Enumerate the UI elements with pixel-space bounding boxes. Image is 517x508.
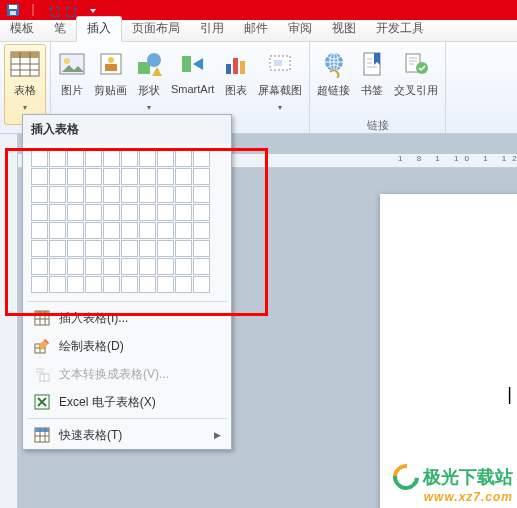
grid-cell[interactable] [157, 258, 174, 275]
grid-cell[interactable] [67, 240, 84, 257]
grid-cell[interactable] [67, 186, 84, 203]
grid-cell[interactable] [49, 276, 66, 293]
shapes-button[interactable]: 形状 [132, 44, 166, 125]
grid-cell[interactable] [175, 276, 192, 293]
document-page[interactable] [380, 194, 517, 508]
grid-cell[interactable] [193, 150, 210, 167]
chart-button[interactable]: 图表 [219, 44, 253, 111]
grid-cell[interactable] [85, 222, 102, 239]
grid-cell[interactable] [67, 276, 84, 293]
grid-cell[interactable] [193, 204, 210, 221]
grid-cell[interactable] [139, 258, 156, 275]
grid-cell[interactable] [31, 204, 48, 221]
grid-cell[interactable] [103, 204, 120, 221]
grid-cell[interactable] [157, 240, 174, 257]
grid-cell[interactable] [85, 150, 102, 167]
grid-cell[interactable] [31, 186, 48, 203]
grid-cell[interactable] [175, 222, 192, 239]
grid-cell[interactable] [139, 150, 156, 167]
grid-cell[interactable] [193, 186, 210, 203]
clipart-button[interactable]: 剪贴画 [91, 44, 130, 111]
table-button[interactable]: 表格 [4, 44, 46, 125]
grid-cell[interactable] [121, 240, 138, 257]
grid-cell[interactable] [67, 168, 84, 185]
smartart-button[interactable]: SmartArt [168, 44, 217, 108]
grid-cell[interactable] [157, 222, 174, 239]
picture-button[interactable]: 图片 [55, 44, 89, 111]
grid-cell[interactable] [103, 258, 120, 275]
grid-cell[interactable] [49, 222, 66, 239]
screenshot-button[interactable]: 屏幕截图 [255, 44, 305, 125]
grid-cell[interactable] [121, 222, 138, 239]
grid-cell[interactable] [121, 168, 138, 185]
grid-cell[interactable] [157, 168, 174, 185]
grid-cell[interactable] [49, 204, 66, 221]
grid-cell[interactable] [31, 222, 48, 239]
save-icon[interactable] [4, 2, 22, 18]
grid-cell[interactable] [157, 276, 174, 293]
table-size-grid[interactable] [23, 144, 231, 299]
grid-cell[interactable] [157, 204, 174, 221]
hyperlink-button[interactable]: 超链接 [314, 44, 353, 111]
grid-cell[interactable] [175, 168, 192, 185]
grid-cell[interactable] [31, 168, 48, 185]
grid-cell[interactable] [49, 168, 66, 185]
grid-cell[interactable] [103, 150, 120, 167]
grid-cell[interactable] [175, 258, 192, 275]
menu-excel-table[interactable]: Excel 电子表格(X) [23, 388, 231, 416]
tab-references[interactable]: 引用 [190, 17, 234, 41]
grid-cell[interactable] [139, 276, 156, 293]
grid-cell[interactable] [103, 222, 120, 239]
grid-cell[interactable] [31, 240, 48, 257]
menu-draw-table[interactable]: 绘制表格(D) [23, 332, 231, 360]
tab-pen[interactable]: 笔 [44, 17, 76, 41]
crossref-button[interactable]: 交叉引用 [391, 44, 441, 111]
grid-cell[interactable] [85, 204, 102, 221]
grid-cell[interactable] [175, 240, 192, 257]
grid-cell[interactable] [175, 186, 192, 203]
grid-cell[interactable] [31, 150, 48, 167]
undo-icon[interactable] [44, 2, 62, 18]
grid-cell[interactable] [193, 240, 210, 257]
grid-cell[interactable] [193, 258, 210, 275]
tab-template[interactable]: 模板 [0, 17, 44, 41]
grid-cell[interactable] [49, 240, 66, 257]
grid-cell[interactable] [121, 258, 138, 275]
tab-review[interactable]: 审阅 [278, 17, 322, 41]
grid-cell[interactable] [67, 150, 84, 167]
grid-cell[interactable] [67, 222, 84, 239]
grid-cell[interactable] [31, 276, 48, 293]
grid-cell[interactable] [193, 168, 210, 185]
grid-cell[interactable] [85, 276, 102, 293]
grid-cell[interactable] [31, 258, 48, 275]
menu-quick-table[interactable]: 快速表格(T) ▶ [23, 421, 231, 449]
grid-cell[interactable] [139, 186, 156, 203]
grid-cell[interactable] [85, 258, 102, 275]
tab-insert[interactable]: 插入 [76, 16, 122, 42]
tab-developer[interactable]: 开发工具 [366, 17, 434, 41]
grid-cell[interactable] [67, 204, 84, 221]
grid-cell[interactable] [103, 276, 120, 293]
grid-cell[interactable] [121, 276, 138, 293]
grid-cell[interactable] [103, 186, 120, 203]
tab-view[interactable]: 视图 [322, 17, 366, 41]
grid-cell[interactable] [139, 222, 156, 239]
grid-cell[interactable] [85, 186, 102, 203]
grid-cell[interactable] [121, 186, 138, 203]
grid-cell[interactable] [193, 222, 210, 239]
bookmark-button[interactable]: 书签 [355, 44, 389, 111]
grid-cell[interactable] [49, 258, 66, 275]
grid-cell[interactable] [175, 150, 192, 167]
grid-cell[interactable] [103, 168, 120, 185]
grid-cell[interactable] [139, 240, 156, 257]
grid-cell[interactable] [85, 168, 102, 185]
grid-cell[interactable] [139, 168, 156, 185]
menu-insert-table[interactable]: 插入表格(I)... [23, 304, 231, 332]
grid-cell[interactable] [157, 186, 174, 203]
grid-cell[interactable] [139, 204, 156, 221]
grid-cell[interactable] [175, 204, 192, 221]
grid-cell[interactable] [49, 150, 66, 167]
grid-cell[interactable] [121, 204, 138, 221]
grid-cell[interactable] [193, 276, 210, 293]
grid-cell[interactable] [67, 258, 84, 275]
